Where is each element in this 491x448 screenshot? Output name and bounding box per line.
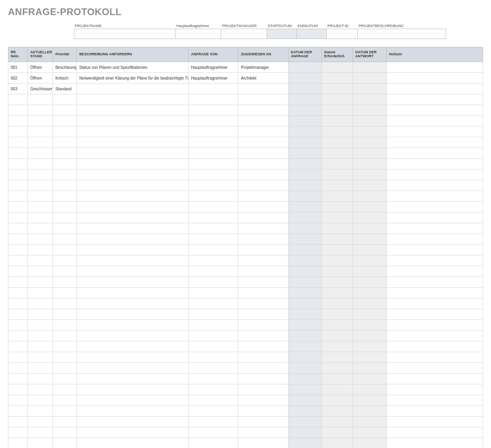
cell-status[interactable] — [28, 169, 53, 180]
cell-priority[interactable] — [53, 245, 77, 255]
cell-status[interactable] — [28, 202, 53, 212]
cell-date_req[interactable] — [288, 148, 321, 159]
cell-date_due[interactable] — [321, 298, 353, 309]
cell-from[interactable] — [189, 277, 238, 288]
cell-date_due[interactable] — [321, 169, 353, 180]
cell-description[interactable] — [77, 105, 189, 116]
cell-status[interactable] — [28, 148, 53, 159]
cell-id[interactable] — [8, 159, 28, 169]
cell-description[interactable] — [77, 202, 189, 212]
cell-notes[interactable] — [387, 212, 483, 223]
cell-from[interactable] — [189, 395, 238, 406]
cell-notes[interactable] — [387, 116, 483, 127]
cell-id[interactable] — [8, 288, 28, 298]
cell-from[interactable] — [189, 116, 238, 127]
cell-date_req[interactable] — [288, 94, 321, 105]
cell-to[interactable] — [238, 395, 288, 406]
cell-date_due[interactable] — [321, 73, 353, 84]
cell-priority[interactable] — [53, 384, 77, 395]
cell-date_due[interactable] — [321, 212, 353, 223]
cell-from[interactable] — [189, 202, 238, 212]
cell-description[interactable]: Status von Plänen und Spezifikationen — [77, 62, 189, 73]
cell-date_resp[interactable] — [353, 148, 387, 159]
cell-status[interactable] — [28, 417, 53, 427]
cell-to[interactable]: Architekt — [238, 73, 288, 84]
cell-date_req[interactable] — [288, 245, 321, 255]
cell-date_req[interactable] — [288, 298, 321, 309]
cell-notes[interactable] — [387, 363, 483, 374]
cell-notes[interactable] — [387, 320, 483, 331]
cell-date_resp[interactable] — [353, 191, 387, 202]
cell-priority[interactable] — [53, 266, 77, 277]
meta-input-project-desc[interactable] — [358, 29, 446, 39]
cell-priority[interactable] — [53, 234, 77, 245]
cell-description[interactable] — [77, 180, 189, 191]
cell-notes[interactable] — [387, 374, 483, 384]
cell-from[interactable]: Hauptauftragnehmer — [189, 73, 238, 84]
cell-description[interactable] — [77, 320, 189, 331]
cell-date_resp[interactable] — [353, 331, 387, 341]
cell-id[interactable] — [8, 331, 28, 341]
cell-status[interactable] — [28, 94, 53, 105]
cell-date_resp[interactable] — [353, 180, 387, 191]
cell-priority[interactable] — [53, 395, 77, 406]
cell-priority[interactable] — [53, 159, 77, 169]
cell-priority[interactable] — [53, 331, 77, 341]
cell-to[interactable] — [238, 298, 288, 309]
cell-id[interactable] — [8, 116, 28, 127]
cell-date_resp[interactable] — [353, 62, 387, 73]
cell-date_req[interactable] — [288, 417, 321, 427]
cell-description[interactable] — [77, 255, 189, 266]
cell-id[interactable] — [8, 363, 28, 374]
cell-status[interactable] — [28, 331, 53, 341]
cell-to[interactable] — [238, 417, 288, 427]
meta-input-project-manager[interactable] — [221, 29, 267, 39]
cell-description[interactable] — [77, 288, 189, 298]
cell-from[interactable] — [189, 255, 238, 266]
cell-status[interactable] — [28, 277, 53, 288]
cell-notes[interactable] — [387, 159, 483, 169]
cell-from[interactable] — [189, 352, 238, 363]
cell-id[interactable] — [8, 406, 28, 417]
cell-id[interactable] — [8, 148, 28, 159]
cell-description[interactable] — [77, 341, 189, 352]
cell-to[interactable] — [238, 363, 288, 374]
cell-to[interactable] — [238, 94, 288, 105]
cell-id[interactable] — [8, 94, 28, 105]
cell-description[interactable] — [77, 427, 189, 438]
cell-date_due[interactable] — [321, 116, 353, 127]
cell-description[interactable] — [77, 212, 189, 223]
cell-to[interactable] — [238, 277, 288, 288]
cell-to[interactable] — [238, 266, 288, 277]
cell-date_due[interactable] — [321, 331, 353, 341]
cell-status[interactable] — [28, 309, 53, 320]
cell-notes[interactable] — [387, 266, 483, 277]
cell-date_req[interactable] — [288, 277, 321, 288]
cell-priority[interactable] — [53, 320, 77, 331]
cell-date_due[interactable] — [321, 255, 353, 266]
cell-description[interactable] — [77, 384, 189, 395]
cell-id[interactable] — [8, 277, 28, 288]
cell-notes[interactable] — [387, 73, 483, 84]
cell-from[interactable] — [189, 159, 238, 169]
cell-id[interactable] — [8, 191, 28, 202]
cell-description[interactable] — [77, 84, 189, 94]
cell-description[interactable]: Notwendigkeit einer Klärung der Pläne fü… — [77, 73, 189, 84]
cell-notes[interactable] — [387, 105, 483, 116]
cell-description[interactable] — [77, 148, 189, 159]
cell-from[interactable] — [189, 94, 238, 105]
cell-from[interactable] — [189, 127, 238, 137]
cell-from[interactable] — [189, 180, 238, 191]
meta-input-project-id[interactable] — [327, 29, 358, 39]
cell-priority[interactable] — [53, 298, 77, 309]
cell-date_due[interactable] — [321, 266, 353, 277]
cell-id[interactable] — [8, 234, 28, 245]
cell-to[interactable] — [238, 137, 288, 148]
cell-from[interactable] — [189, 331, 238, 341]
cell-priority[interactable] — [53, 352, 77, 363]
cell-priority[interactable] — [53, 406, 77, 417]
cell-priority[interactable] — [53, 148, 77, 159]
cell-notes[interactable] — [387, 94, 483, 105]
cell-date_due[interactable] — [321, 374, 353, 384]
cell-status[interactable] — [28, 105, 53, 116]
